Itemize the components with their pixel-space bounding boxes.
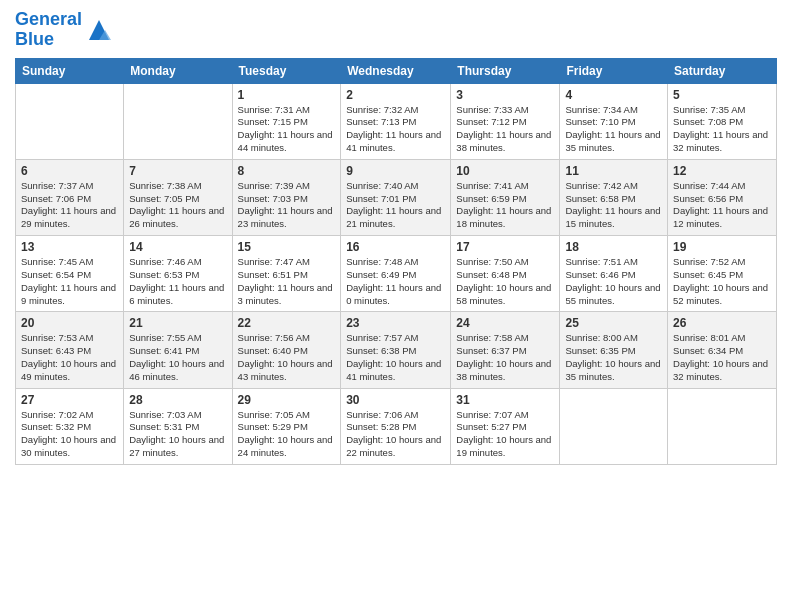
day-number: 31 <box>456 393 554 407</box>
header: General Blue <box>15 10 777 50</box>
day-number: 17 <box>456 240 554 254</box>
day-cell: 20Sunrise: 7:53 AMSunset: 6:43 PMDayligh… <box>16 312 124 388</box>
logo-icon <box>85 16 113 44</box>
day-cell: 21Sunrise: 7:55 AMSunset: 6:41 PMDayligh… <box>124 312 232 388</box>
day-cell: 1Sunrise: 7:31 AMSunset: 7:15 PMDaylight… <box>232 83 341 159</box>
day-info: Sunrise: 7:32 AMSunset: 7:13 PMDaylight:… <box>346 104 445 155</box>
day-number: 5 <box>673 88 771 102</box>
day-number: 10 <box>456 164 554 178</box>
weekday-header-sunday: Sunday <box>16 58 124 83</box>
week-row-1: 1Sunrise: 7:31 AMSunset: 7:15 PMDaylight… <box>16 83 777 159</box>
day-info: Sunrise: 7:57 AMSunset: 6:38 PMDaylight:… <box>346 332 445 383</box>
day-number: 4 <box>565 88 662 102</box>
day-info: Sunrise: 7:34 AMSunset: 7:10 PMDaylight:… <box>565 104 662 155</box>
day-cell: 7Sunrise: 7:38 AMSunset: 7:05 PMDaylight… <box>124 159 232 235</box>
day-number: 14 <box>129 240 226 254</box>
weekday-header-row: SundayMondayTuesdayWednesdayThursdayFrid… <box>16 58 777 83</box>
day-number: 3 <box>456 88 554 102</box>
day-cell: 29Sunrise: 7:05 AMSunset: 5:29 PMDayligh… <box>232 388 341 464</box>
day-number: 2 <box>346 88 445 102</box>
day-info: Sunrise: 7:45 AMSunset: 6:54 PMDaylight:… <box>21 256 118 307</box>
day-number: 29 <box>238 393 336 407</box>
day-info: Sunrise: 7:51 AMSunset: 6:46 PMDaylight:… <box>565 256 662 307</box>
day-cell: 5Sunrise: 7:35 AMSunset: 7:08 PMDaylight… <box>668 83 777 159</box>
day-info: Sunrise: 8:01 AMSunset: 6:34 PMDaylight:… <box>673 332 771 383</box>
day-cell: 14Sunrise: 7:46 AMSunset: 6:53 PMDayligh… <box>124 236 232 312</box>
day-cell: 16Sunrise: 7:48 AMSunset: 6:49 PMDayligh… <box>341 236 451 312</box>
day-cell: 17Sunrise: 7:50 AMSunset: 6:48 PMDayligh… <box>451 236 560 312</box>
day-number: 26 <box>673 316 771 330</box>
weekday-header-thursday: Thursday <box>451 58 560 83</box>
day-number: 28 <box>129 393 226 407</box>
day-info: Sunrise: 7:47 AMSunset: 6:51 PMDaylight:… <box>238 256 336 307</box>
day-info: Sunrise: 7:35 AMSunset: 7:08 PMDaylight:… <box>673 104 771 155</box>
day-info: Sunrise: 7:05 AMSunset: 5:29 PMDaylight:… <box>238 409 336 460</box>
day-number: 7 <box>129 164 226 178</box>
week-row-4: 20Sunrise: 7:53 AMSunset: 6:43 PMDayligh… <box>16 312 777 388</box>
day-info: Sunrise: 7:02 AMSunset: 5:32 PMDaylight:… <box>21 409 118 460</box>
day-number: 12 <box>673 164 771 178</box>
day-cell <box>16 83 124 159</box>
day-info: Sunrise: 7:55 AMSunset: 6:41 PMDaylight:… <box>129 332 226 383</box>
day-number: 11 <box>565 164 662 178</box>
day-info: Sunrise: 7:56 AMSunset: 6:40 PMDaylight:… <box>238 332 336 383</box>
day-cell <box>668 388 777 464</box>
day-info: Sunrise: 7:31 AMSunset: 7:15 PMDaylight:… <box>238 104 336 155</box>
day-info: Sunrise: 7:46 AMSunset: 6:53 PMDaylight:… <box>129 256 226 307</box>
day-cell: 28Sunrise: 7:03 AMSunset: 5:31 PMDayligh… <box>124 388 232 464</box>
day-cell: 4Sunrise: 7:34 AMSunset: 7:10 PMDaylight… <box>560 83 668 159</box>
day-info: Sunrise: 7:38 AMSunset: 7:05 PMDaylight:… <box>129 180 226 231</box>
day-info: Sunrise: 7:37 AMSunset: 7:06 PMDaylight:… <box>21 180 118 231</box>
week-row-3: 13Sunrise: 7:45 AMSunset: 6:54 PMDayligh… <box>16 236 777 312</box>
weekday-header-friday: Friday <box>560 58 668 83</box>
day-cell: 10Sunrise: 7:41 AMSunset: 6:59 PMDayligh… <box>451 159 560 235</box>
weekday-header-saturday: Saturday <box>668 58 777 83</box>
week-row-2: 6Sunrise: 7:37 AMSunset: 7:06 PMDaylight… <box>16 159 777 235</box>
day-info: Sunrise: 7:41 AMSunset: 6:59 PMDaylight:… <box>456 180 554 231</box>
day-cell: 12Sunrise: 7:44 AMSunset: 6:56 PMDayligh… <box>668 159 777 235</box>
calendar-table: SundayMondayTuesdayWednesdayThursdayFrid… <box>15 58 777 465</box>
day-info: Sunrise: 7:39 AMSunset: 7:03 PMDaylight:… <box>238 180 336 231</box>
day-cell: 26Sunrise: 8:01 AMSunset: 6:34 PMDayligh… <box>668 312 777 388</box>
logo-text: General Blue <box>15 10 82 50</box>
day-cell: 31Sunrise: 7:07 AMSunset: 5:27 PMDayligh… <box>451 388 560 464</box>
weekday-header-tuesday: Tuesday <box>232 58 341 83</box>
day-cell: 15Sunrise: 7:47 AMSunset: 6:51 PMDayligh… <box>232 236 341 312</box>
day-cell: 30Sunrise: 7:06 AMSunset: 5:28 PMDayligh… <box>341 388 451 464</box>
day-info: Sunrise: 7:06 AMSunset: 5:28 PMDaylight:… <box>346 409 445 460</box>
day-number: 23 <box>346 316 445 330</box>
day-number: 16 <box>346 240 445 254</box>
day-cell: 9Sunrise: 7:40 AMSunset: 7:01 PMDaylight… <box>341 159 451 235</box>
weekday-header-monday: Monday <box>124 58 232 83</box>
day-info: Sunrise: 7:53 AMSunset: 6:43 PMDaylight:… <box>21 332 118 383</box>
day-cell <box>124 83 232 159</box>
day-cell: 25Sunrise: 8:00 AMSunset: 6:35 PMDayligh… <box>560 312 668 388</box>
day-number: 24 <box>456 316 554 330</box>
day-cell: 23Sunrise: 7:57 AMSunset: 6:38 PMDayligh… <box>341 312 451 388</box>
day-number: 19 <box>673 240 771 254</box>
day-number: 13 <box>21 240 118 254</box>
day-cell: 11Sunrise: 7:42 AMSunset: 6:58 PMDayligh… <box>560 159 668 235</box>
day-info: Sunrise: 7:40 AMSunset: 7:01 PMDaylight:… <box>346 180 445 231</box>
day-cell: 22Sunrise: 7:56 AMSunset: 6:40 PMDayligh… <box>232 312 341 388</box>
day-number: 18 <box>565 240 662 254</box>
day-info: Sunrise: 7:42 AMSunset: 6:58 PMDaylight:… <box>565 180 662 231</box>
day-number: 8 <box>238 164 336 178</box>
day-number: 30 <box>346 393 445 407</box>
day-cell: 24Sunrise: 7:58 AMSunset: 6:37 PMDayligh… <box>451 312 560 388</box>
day-info: Sunrise: 7:48 AMSunset: 6:49 PMDaylight:… <box>346 256 445 307</box>
day-info: Sunrise: 7:44 AMSunset: 6:56 PMDaylight:… <box>673 180 771 231</box>
day-number: 20 <box>21 316 118 330</box>
day-info: Sunrise: 7:50 AMSunset: 6:48 PMDaylight:… <box>456 256 554 307</box>
day-cell <box>560 388 668 464</box>
day-cell: 19Sunrise: 7:52 AMSunset: 6:45 PMDayligh… <box>668 236 777 312</box>
day-number: 22 <box>238 316 336 330</box>
day-info: Sunrise: 7:58 AMSunset: 6:37 PMDaylight:… <box>456 332 554 383</box>
day-number: 9 <box>346 164 445 178</box>
day-cell: 6Sunrise: 7:37 AMSunset: 7:06 PMDaylight… <box>16 159 124 235</box>
weekday-header-wednesday: Wednesday <box>341 58 451 83</box>
day-number: 6 <box>21 164 118 178</box>
day-cell: 18Sunrise: 7:51 AMSunset: 6:46 PMDayligh… <box>560 236 668 312</box>
day-number: 25 <box>565 316 662 330</box>
day-number: 27 <box>21 393 118 407</box>
